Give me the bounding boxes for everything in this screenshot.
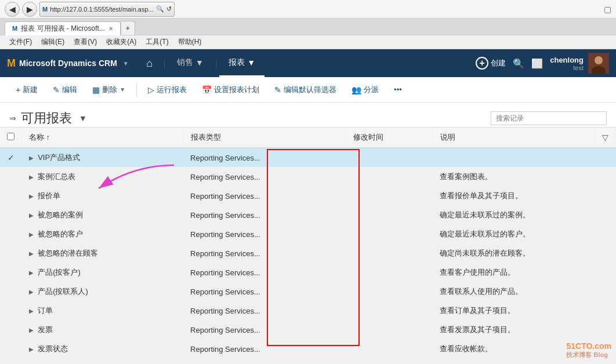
nav-sales[interactable]: 销售 ▼ bbox=[168, 49, 213, 77]
table-row[interactable]: ▶ 案例汇总表 Reporting Services... 查看案例图表。 bbox=[0, 168, 616, 187]
table-row[interactable]: ▶ 产品(按联系人) Reporting Services... 查看联系人使用… bbox=[0, 282, 616, 301]
row-modified-cell bbox=[346, 244, 433, 263]
crm-header-right: + 创建 🔍 ⬜ chenlong test bbox=[476, 53, 609, 74]
row-desc-cell: 确定最近未联系过的案例。 bbox=[433, 206, 615, 225]
home-button[interactable]: ⌂ bbox=[138, 49, 161, 77]
delete-button[interactable]: ▦ 删除 ▼ bbox=[86, 82, 132, 98]
row-expand-icon[interactable]: ▶ bbox=[29, 231, 34, 238]
back-button[interactable]: ◀ bbox=[5, 2, 20, 17]
row-expand-icon[interactable]: ▶ bbox=[29, 193, 34, 199]
user-name-display: chenlong test bbox=[550, 56, 584, 71]
nav-separator-2: | bbox=[213, 59, 219, 68]
row-name: 产品(按客户) bbox=[38, 268, 81, 276]
row-expand-icon[interactable]: ▶ bbox=[29, 155, 34, 161]
active-tab[interactable]: M 报表 可用报表 - Microsoft... ✕ bbox=[5, 21, 121, 35]
col-desc[interactable]: 说明 bbox=[433, 128, 595, 148]
row-type-cell: Reporting Services... bbox=[183, 206, 346, 225]
site-icon: M bbox=[42, 6, 48, 13]
nav-sales-label: 销售 bbox=[177, 57, 193, 68]
user-info[interactable]: chenlong test bbox=[550, 53, 609, 74]
dynamics-icon: M bbox=[7, 57, 16, 70]
row-type-cell: Reporting Services... bbox=[183, 263, 346, 282]
table-row[interactable]: ▶ 被忽略的潜在顾客 Reporting Services... 确定尚未联系的… bbox=[0, 244, 616, 263]
menu-file[interactable]: 文件(F) bbox=[5, 36, 37, 48]
crm-nav: 销售 ▼ | 报表 ▼ bbox=[168, 49, 476, 77]
new-tab-button[interactable]: + bbox=[121, 21, 135, 35]
select-all-checkbox[interactable] bbox=[7, 133, 15, 140]
menu-edit[interactable]: 编辑(E) bbox=[37, 36, 69, 48]
menu-view[interactable]: 查看(V) bbox=[69, 36, 102, 48]
row-desc-cell: 查看联系人使用的产品。 bbox=[433, 282, 615, 301]
row-name-cell: ▶ VIP产品格式 bbox=[22, 148, 184, 168]
edit-filter-label: 编辑默认筛选器 bbox=[284, 85, 336, 95]
edit-label: 编辑 bbox=[62, 85, 77, 95]
edit-filter-button[interactable]: ✎ 编辑默认筛选器 bbox=[268, 82, 343, 98]
col-check[interactable] bbox=[0, 128, 22, 148]
row-expand-icon[interactable]: ▶ bbox=[29, 250, 34, 257]
row-expand-icon[interactable]: ▶ bbox=[29, 327, 34, 333]
edit-button[interactable]: ✎ 编辑 bbox=[46, 82, 84, 98]
menu-help[interactable]: 帮助(H) bbox=[173, 36, 206, 48]
nav-reports-label: 报表 bbox=[229, 57, 245, 68]
col-name-label: 名称 ↑ bbox=[29, 133, 50, 141]
forward-button[interactable]: ▶ bbox=[22, 2, 37, 17]
new-button[interactable]: + 新建 bbox=[9, 82, 44, 98]
row-desc: 确定尚未联系的潜在顾客。 bbox=[440, 249, 530, 257]
row-type: Reporting Services... bbox=[190, 249, 260, 258]
header-export-button[interactable]: ⬜ bbox=[531, 58, 543, 69]
browser-titlebar: ◀ ▶ M http://127.0.0.1:5555/test/main.as… bbox=[0, 0, 616, 19]
nav-reports[interactable]: 报表 ▼ bbox=[219, 49, 264, 77]
more-button[interactable]: ••• bbox=[387, 82, 408, 97]
table-row[interactable]: ▶ 服务活动量 Reporting Services... 查看服务活动量图表。 bbox=[0, 359, 616, 365]
row-type-cell: Reporting Services... bbox=[183, 168, 346, 187]
row-name: 产品(按联系人) bbox=[38, 287, 88, 296]
assign-button[interactable]: 👥 分派 bbox=[345, 82, 385, 98]
table-row[interactable]: ✓ ▶ VIP产品格式 Reporting Services... bbox=[0, 148, 616, 168]
col-filter[interactable]: ▽ bbox=[595, 128, 616, 148]
table-row[interactable]: ▶ 产品(按客户) Reporting Services... 查看客户使用的产… bbox=[0, 263, 616, 282]
create-button[interactable]: + 创建 bbox=[476, 57, 506, 70]
row-check-cell bbox=[0, 244, 22, 263]
run-report-button[interactable]: ▷ 运行报表 bbox=[142, 82, 193, 98]
toolbar-sep-1 bbox=[136, 83, 137, 97]
row-expand-icon[interactable]: ▶ bbox=[29, 270, 34, 276]
row-modified-cell bbox=[346, 148, 433, 168]
row-name-cell: ▶ 服务活动量 bbox=[22, 359, 184, 365]
row-expand-icon[interactable]: ▶ bbox=[29, 308, 34, 314]
row-desc: 查看联系人使用的产品。 bbox=[440, 287, 523, 296]
row-type: Reporting Services... bbox=[190, 173, 260, 181]
col-type[interactable]: 报表类型 bbox=[183, 128, 346, 148]
row-type: Reporting Services... bbox=[190, 154, 260, 162]
col-name[interactable]: 名称 ↑ bbox=[22, 128, 184, 148]
menu-favorites[interactable]: 收藏夹(A) bbox=[102, 36, 141, 48]
row-expand-icon[interactable]: ▶ bbox=[29, 289, 34, 295]
table-container: 名称 ↑ 报表类型 修改时间 说明 ▽ ✓ ▶ bbox=[0, 128, 616, 364]
row-type: Reporting Services... bbox=[190, 326, 260, 334]
row-name: 发票状态 bbox=[38, 344, 68, 353]
table-row[interactable]: ▶ 发票状态 Reporting Services... 查看应收帐款。 bbox=[0, 340, 616, 359]
row-expand-icon[interactable]: ▶ bbox=[29, 346, 34, 352]
col-type-label: 报表类型 bbox=[191, 133, 221, 141]
table-row[interactable]: ▶ 发票 Reporting Services... 查看发票及其子项目。 bbox=[0, 321, 616, 340]
tab-close-button[interactable]: ✕ bbox=[108, 26, 113, 32]
row-expand-icon[interactable]: ▶ bbox=[29, 174, 34, 180]
svg-point-1 bbox=[595, 56, 603, 64]
row-check-cell bbox=[0, 282, 22, 301]
col-modified[interactable]: 修改时间 bbox=[346, 128, 433, 148]
row-desc-cell: 查看发票及其子项目。 bbox=[433, 321, 615, 340]
table-row[interactable]: ▶ 被忽略的案例 Reporting Services... 确定最近未联系过的… bbox=[0, 206, 616, 225]
table-row[interactable]: ▶ 被忽略的客户 Reporting Services... 确定最近未联系过的… bbox=[0, 225, 616, 244]
menu-tools[interactable]: 工具(T) bbox=[141, 36, 173, 48]
table-row[interactable]: ▶ 订单 Reporting Services... 查看订单及其子项目。 bbox=[0, 301, 616, 321]
row-check-cell bbox=[0, 187, 22, 206]
row-name-cell: ▶ 发票 bbox=[22, 321, 184, 340]
table-row[interactable]: ▶ 报价单 Reporting Services... 查看报价单及其子项目。 bbox=[0, 187, 616, 206]
search-input[interactable] bbox=[491, 111, 607, 125]
row-desc-cell: 查看客户使用的产品。 bbox=[433, 263, 615, 282]
crm-logo[interactable]: M Microsoft Dynamics CRM ▼ bbox=[7, 57, 129, 70]
schedule-button[interactable]: 📅 设置报表计划 bbox=[195, 82, 266, 98]
header-search-button[interactable]: 🔍 bbox=[513, 58, 524, 69]
row-expand-icon[interactable]: ▶ bbox=[29, 212, 34, 219]
crm-logo-text: Microsoft Dynamics CRM bbox=[19, 59, 117, 68]
refresh-button[interactable]: M http://127.0.0.1:5555/test/main.asp...… bbox=[39, 2, 175, 17]
